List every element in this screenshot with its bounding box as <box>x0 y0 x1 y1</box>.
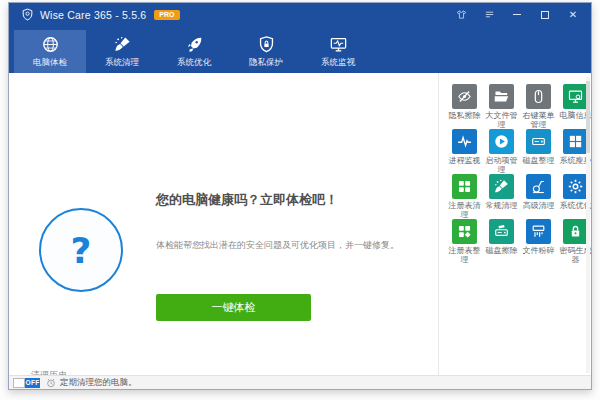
tool-privacy-eraser[interactable]: 隐私擦除 <box>446 84 483 129</box>
hdd-erase-icon <box>493 223 510 240</box>
play-icon <box>493 133 510 150</box>
monitor-pulse-icon <box>329 35 348 54</box>
tab-pc-checkup[interactable]: 电脑体检 <box>14 30 86 73</box>
content-area: ? 您的电脑健康吗？立即体检吧！ 体检能帮您找出潜在的安全问题及可优化项目，并一… <box>9 73 591 377</box>
tool-label: 常规清理 <box>483 201 520 210</box>
tool-process-monitor[interactable]: 进程监视 <box>446 129 483 174</box>
hdd-icon <box>530 133 547 150</box>
app-logo-shield-icon <box>21 8 34 21</box>
eye-slash-icon <box>456 88 473 105</box>
schedule-clock-icon <box>46 378 56 388</box>
tab-privacy-protector[interactable]: 隐私保护 <box>230 30 302 73</box>
health-question-circle: ? <box>39 208 123 292</box>
titlebar[interactable]: Wise Care 365 - 5.5.6 PRO ✕ <box>9 3 591 26</box>
desktop-background: Wise Care 365 - 5.5.6 PRO ✕ 电脑体检系统清理系统优化… <box>0 0 600 400</box>
tab-label: 系统清理 <box>105 57 139 69</box>
hdd-icon <box>526 129 551 154</box>
sidebar-scrollbar[interactable] <box>586 77 590 373</box>
minimize-icon <box>513 14 521 15</box>
checkup-description: 体检能帮您找出潜在的安全问题及可优化项目，并一键修复。 <box>156 239 399 252</box>
toggle-state-label: OFF <box>25 378 40 388</box>
tool-registry-cleaner[interactable]: 注册表清理 <box>446 174 483 219</box>
app-window: Wise Care 365 - 5.5.6 PRO ✕ 电脑体检系统清理系统优化… <box>8 2 592 390</box>
minimize-button[interactable] <box>505 5 529 24</box>
tool-label: 启动项管理 <box>483 156 520 174</box>
tool-registry-defrag[interactable]: 注册表整理 <box>446 219 483 264</box>
shield-lock-icon <box>257 35 276 54</box>
tool-label: 高级清理 <box>520 201 557 210</box>
rocket-icon <box>185 35 204 54</box>
play-icon <box>489 129 514 154</box>
tab-label: 隐私保护 <box>249 57 283 69</box>
tool-label: 磁盘整理 <box>520 156 557 165</box>
tool-context-menu-mgr[interactable]: 右键菜单管理 <box>520 84 557 129</box>
tool-label: 大文件管理 <box>483 111 520 129</box>
menu-icon[interactable] <box>477 5 501 24</box>
pulse-icon <box>452 129 477 154</box>
tool-label: 进程监视 <box>446 156 483 165</box>
toggle-knob <box>13 378 25 388</box>
monitor-info-icon <box>563 84 588 109</box>
titlebar-buttons: ✕ <box>449 5 585 24</box>
win-squares-icon <box>567 133 584 150</box>
close-icon: ✕ <box>569 9 577 20</box>
pro-badge: PRO <box>154 10 179 20</box>
app-logo-shield-icon <box>21 8 34 21</box>
pulse-icon <box>456 133 473 150</box>
tab-system-tuneup[interactable]: 系统优化 <box>158 30 230 73</box>
scheduled-clean-toggle[interactable]: OFF <box>13 378 40 388</box>
tool-label: 文件粉碎 <box>520 246 557 255</box>
grid-squares-icon <box>452 174 477 199</box>
tool-file-shredder[interactable]: 文件粉碎 <box>520 219 557 264</box>
sidebar-divider <box>438 73 439 377</box>
scrollbar-thumb[interactable] <box>586 81 590 153</box>
question-mark: ? <box>71 230 92 271</box>
tool-disk-defrag[interactable]: 磁盘整理 <box>520 129 557 174</box>
close-button[interactable]: ✕ <box>561 5 585 24</box>
main-nav: 电脑体检系统清理系统优化隐私保护系统监视 <box>9 26 591 73</box>
tab-label: 电脑体检 <box>33 57 67 69</box>
clock-icon <box>46 378 56 388</box>
one-click-checkup-button[interactable]: 一键体检 <box>156 294 311 321</box>
tool-label: 右键菜单管理 <box>520 111 557 129</box>
tool-label: 注册表整理 <box>446 246 483 264</box>
eye-slash-icon <box>452 84 477 109</box>
tab-label: 系统监视 <box>321 57 355 69</box>
theme-shirt-icon <box>456 9 467 20</box>
maximize-button[interactable] <box>533 5 557 24</box>
shredder-icon <box>526 219 551 244</box>
tool-common-cleaner[interactable]: 常规清理 <box>483 174 520 219</box>
broom-big-icon <box>113 35 132 54</box>
tab-system-cleaner[interactable]: 系统清理 <box>86 30 158 73</box>
vacuum-icon <box>526 174 551 199</box>
padlock-icon <box>567 223 584 240</box>
padlock-icon <box>563 219 588 244</box>
shredder-icon <box>530 223 547 240</box>
hdd-erase-icon <box>489 219 514 244</box>
gear-icon <box>567 178 584 195</box>
tool-label: 隐私擦除 <box>446 111 483 120</box>
maximize-icon <box>541 11 549 19</box>
footer-text: 定期清理您的电脑。 <box>60 377 137 389</box>
tool-advanced-cleaner[interactable]: 高级清理 <box>520 174 557 219</box>
folder-icon <box>493 88 510 105</box>
gear-icon <box>563 174 588 199</box>
theme-shirt-icon[interactable] <box>449 5 473 24</box>
window-title: Wise Care 365 - 5.5.6 <box>40 9 146 21</box>
squares-diamond-icon <box>456 223 473 240</box>
squares-diamond-icon <box>452 219 477 244</box>
tab-label: 系统优化 <box>177 57 211 69</box>
menu-lines-icon <box>484 9 495 20</box>
tool-big-file-manager[interactable]: 大文件管理 <box>483 84 520 129</box>
checkup-heading: 您的电脑健康吗？立即体检吧！ <box>156 191 338 209</box>
tool-disk-eraser[interactable]: 磁盘擦除 <box>483 219 520 264</box>
broom-big-icon <box>493 178 510 195</box>
footer-bar: OFF 定期清理您的电脑。 <box>9 375 591 389</box>
tool-label: 磁盘擦除 <box>483 246 520 255</box>
vacuum-icon <box>530 178 547 195</box>
mouse-icon <box>526 84 551 109</box>
tool-startup-manager[interactable]: 启动项管理 <box>483 129 520 174</box>
mouse-icon <box>530 88 547 105</box>
win-squares-icon <box>563 129 588 154</box>
tab-system-monitor[interactable]: 系统监视 <box>302 30 374 73</box>
